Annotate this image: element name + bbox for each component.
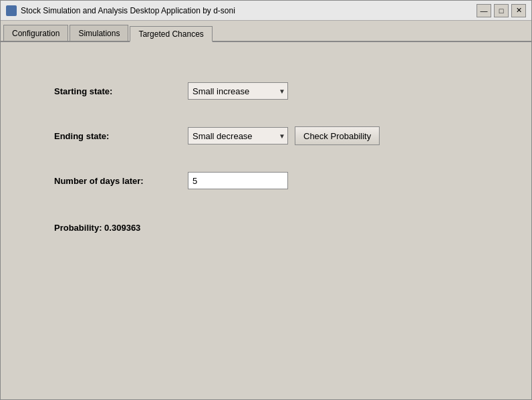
close-button[interactable]: ✕ [511,4,526,17]
ending-state-control: Small decrease Small increase Large incr… [188,126,380,145]
check-probability-button[interactable]: Check Probability [295,126,380,145]
starting-state-row: Starting state: Small increase Small dec… [54,82,478,100]
window-title: Stock Simulation and Analysis Desktop Ap… [21,6,477,15]
ending-state-select-wrapper: Small decrease Small increase Large incr… [188,127,288,144]
app-icon [6,5,17,16]
starting-state-select-wrapper: Small increase Small decrease Large incr… [188,82,288,100]
ending-state-row: Ending state: Small decrease Small incre… [54,126,478,145]
days-later-control [188,172,288,189]
starting-state-label: Starting state: [54,86,188,96]
minimize-button[interactable]: — [477,4,491,17]
days-later-row: Number of days later: [54,172,478,189]
probability-value: Probability: 0.309363 [54,223,140,233]
tab-bar: Configuration Simulations Targeted Chanc… [1,21,531,42]
title-bar: Stock Simulation and Analysis Desktop Ap… [1,1,531,21]
tab-targeted-chances[interactable]: Targeted Chances [130,26,212,42]
probability-row: Probability: 0.309363 [54,223,478,233]
ending-state-select[interactable]: Small decrease Small increase Large incr… [188,127,288,144]
starting-state-control: Small increase Small decrease Large incr… [188,82,288,100]
days-later-input[interactable] [188,172,288,189]
tab-simulations[interactable]: Simulations [70,25,128,41]
window-controls: — □ ✕ [477,4,526,17]
days-later-label: Number of days later: [54,176,188,186]
main-window: Stock Simulation and Analysis Desktop Ap… [0,0,532,400]
form-area: Starting state: Small increase Small dec… [14,56,518,286]
ending-state-label: Ending state: [54,131,188,141]
maximize-button[interactable]: □ [494,4,509,17]
starting-state-select[interactable]: Small increase Small decrease Large incr… [188,82,288,100]
tab-configuration[interactable]: Configuration [3,25,68,41]
tab-content: Starting state: Small increase Small dec… [1,42,531,399]
